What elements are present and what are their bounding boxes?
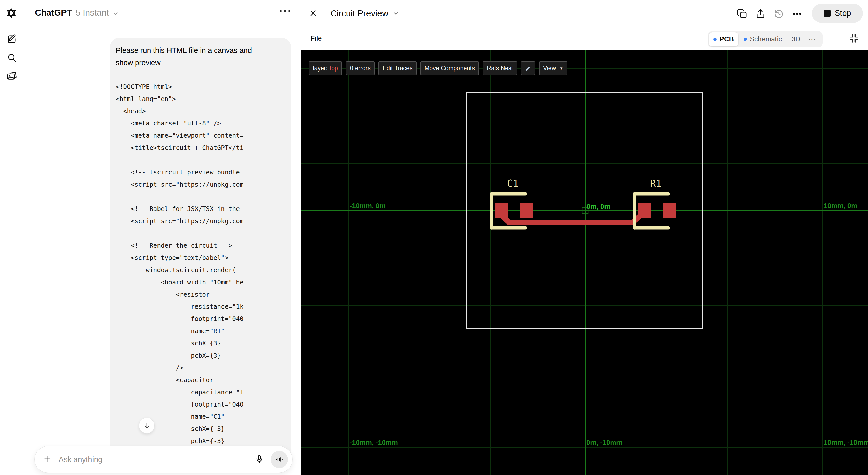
- component-r1[interactable]: R1: [634, 178, 676, 228]
- refdes-r1: R1: [650, 178, 661, 189]
- chevron-down-icon: [393, 10, 399, 16]
- down-arrow-icon: [143, 422, 151, 430]
- blue-dot-icon: [713, 38, 717, 41]
- layer-label: layer:: [313, 65, 328, 72]
- chatgpt-logo-icon[interactable]: [6, 7, 17, 20]
- layer-value: top: [330, 65, 338, 72]
- chevron-down-icon: [113, 10, 119, 17]
- canvas-panel: Circuit Preview: [301, 0, 868, 475]
- pad-r1-right[interactable]: [662, 203, 676, 218]
- view-switcher: PCB Schematic 3D ⋯: [708, 31, 823, 47]
- app-root: ChatGPT 5 Instant Please run this HTML f…: [0, 0, 868, 475]
- message-code: <!DOCTYPE html> <html lang="en"> <head> …: [116, 81, 291, 460]
- pad-c1-right[interactable]: [520, 203, 533, 218]
- waveform-icon: [275, 455, 284, 464]
- rats-nest-label: Rats Nest: [487, 65, 513, 72]
- history-icon[interactable]: [773, 8, 785, 20]
- pcb-toolbar: layer: top 0 errors Edit Traces Move Com…: [309, 61, 567, 75]
- copy-icon[interactable]: [736, 8, 748, 20]
- errors-button[interactable]: 0 errors: [346, 61, 375, 75]
- brand-title: ChatGPT: [35, 8, 72, 18]
- pcb-canvas[interactable]: C1 R1 0m, 0m -10mm, 0m 10mm: [301, 50, 868, 475]
- canvas-title-picker[interactable]: Circuit Preview: [331, 7, 399, 19]
- share-icon[interactable]: [754, 8, 767, 20]
- pad-c1-left[interactable]: [495, 203, 508, 218]
- coord-center-bottom: 0m, -10mm: [586, 439, 622, 446]
- edit-traces-button[interactable]: Edit Traces: [378, 61, 417, 75]
- tab-3d-label: 3D: [792, 35, 801, 43]
- stop-button[interactable]: Stop: [812, 4, 863, 23]
- more-options-icon[interactable]: [791, 8, 803, 20]
- new-chat-icon[interactable]: [7, 34, 17, 45]
- refdes-c1: C1: [507, 178, 519, 189]
- rats-nest-button[interactable]: Rats Nest: [483, 61, 517, 75]
- tab-pcb-label: PCB: [719, 35, 734, 43]
- library-icon[interactable]: [6, 71, 17, 82]
- exit-fullscreen-icon[interactable]: [848, 33, 860, 45]
- chat-panel: ChatGPT 5 Instant Please run this HTML f…: [24, 0, 301, 475]
- message-text: Please run this HTML file in a canvas an…: [116, 44, 269, 69]
- user-message-bubble: Please run this HTML file in a canvas an…: [110, 38, 291, 465]
- view-dropdown-button[interactable]: View ▼: [539, 61, 567, 75]
- pencil-tool-button[interactable]: [521, 61, 535, 75]
- pcb-overlay: C1 R1 0m, 0m -10mm, 0m 10mm: [301, 50, 868, 475]
- layer-button[interactable]: layer: top: [309, 61, 342, 75]
- tab-schematic-label: Schematic: [750, 35, 782, 43]
- coord-right-mid: 10mm, 0m: [824, 202, 857, 210]
- menu-file[interactable]: File: [311, 35, 322, 42]
- coord-left-bottom: -10mm, -10mm: [350, 439, 398, 446]
- pad-r1-left[interactable]: [639, 203, 651, 218]
- canvas-menubar: File PCB Schematic 3D ⋯: [301, 28, 868, 50]
- tabs-more-icon[interactable]: ⋯: [806, 35, 819, 44]
- tab-schematic[interactable]: Schematic: [739, 32, 786, 46]
- coord-right-bottom: 10mm, -10mm: [824, 439, 868, 446]
- attach-plus-icon[interactable]: [43, 455, 52, 464]
- scroll-to-bottom-button[interactable]: [139, 418, 155, 434]
- mic-icon[interactable]: [255, 454, 264, 465]
- tab-pcb[interactable]: PCB: [709, 32, 738, 46]
- errors-label: 0 errors: [350, 65, 371, 72]
- close-icon[interactable]: [309, 9, 318, 19]
- move-components-button[interactable]: Move Components: [421, 61, 479, 75]
- voice-mode-button[interactable]: [271, 451, 288, 468]
- pencil-icon: [525, 65, 531, 71]
- composer-bar: [34, 446, 292, 473]
- chat-input[interactable]: [59, 455, 255, 464]
- icon-rail: [0, 0, 24, 475]
- model-name: 5 Instant: [75, 8, 108, 18]
- stop-label: Stop: [835, 9, 851, 18]
- coord-left-mid: -10mm, 0m: [350, 202, 385, 210]
- tab-3d[interactable]: 3D: [787, 32, 805, 46]
- view-label: View: [543, 65, 556, 72]
- canvas-header: Circuit Preview: [301, 0, 868, 28]
- model-picker[interactable]: ChatGPT 5 Instant: [35, 8, 119, 18]
- stop-square-icon: [824, 10, 831, 17]
- canvas-title: Circuit Preview: [331, 8, 389, 18]
- search-icon[interactable]: [7, 53, 17, 63]
- move-components-label: Move Components: [425, 65, 475, 72]
- dropdown-arrow-icon: ▼: [560, 66, 563, 70]
- conversation-menu-icon[interactable]: [280, 10, 290, 12]
- coord-origin: 0m, 0m: [587, 203, 610, 210]
- edit-traces-label: Edit Traces: [382, 65, 412, 72]
- blue-dot-icon: [744, 38, 747, 41]
